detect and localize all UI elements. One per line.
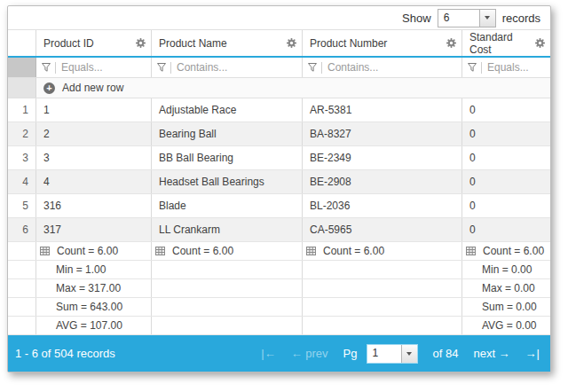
summary-cell-sum <box>152 298 303 316</box>
cell-product-name[interactable]: BB Ball Bearing <box>152 146 303 169</box>
gear-icon[interactable] <box>446 38 456 48</box>
filter-cell-standard-cost[interactable]: Equals... <box>462 58 550 77</box>
column-header-product-number[interactable]: Product Number <box>303 30 462 56</box>
cell-product-number[interactable]: BA-8327 <box>303 122 462 145</box>
filter-separator <box>321 62 322 74</box>
cell-product-name[interactable]: Headset Ball Bearings <box>152 170 303 193</box>
cell-standard-cost[interactable]: 0 <box>462 218 550 241</box>
summary-cell-count: Count = 6.00 <box>303 242 462 260</box>
summary-value: Count = 6.00 <box>483 245 544 257</box>
row-number: 4 <box>8 170 36 193</box>
table-row[interactable]: 3 3 BB Ball Bearing BE-2349 0 <box>8 146 550 170</box>
table-row[interactable]: 4 4 Headset Ball Bearings BE-2908 0 <box>8 170 550 194</box>
table-row[interactable]: 5 316 Blade BL-2036 0 <box>8 194 550 218</box>
records-per-page-dropdown-button[interactable] <box>479 10 495 27</box>
gear-icon[interactable] <box>136 38 146 48</box>
records-per-page-value[interactable]: 6 <box>438 10 479 27</box>
filter-separator <box>170 62 171 74</box>
cell-product-number[interactable]: BL-2036 <box>303 194 462 217</box>
records-label: records <box>502 12 540 25</box>
summary-value: Count = 6.00 <box>323 245 384 257</box>
gear-icon[interactable] <box>287 38 296 48</box>
cell-product-id[interactable]: 316 <box>36 194 152 217</box>
cell-product-name[interactable]: Adjustable Race <box>152 98 303 122</box>
filter-placeholder[interactable]: Equals... <box>487 61 529 74</box>
cell-standard-cost[interactable]: 0 <box>462 98 550 122</box>
page-number-combo[interactable]: 1 <box>367 344 418 364</box>
summary-cell-max <box>152 279 303 297</box>
table-row[interactable]: 6 317 LL Crankarm CA-5965 0 <box>8 218 550 242</box>
table-row[interactable]: 1 1 Adjustable Race AR-5381 0 <box>8 98 550 122</box>
cell-product-id[interactable]: 1 <box>36 98 152 122</box>
page-count-label: of 84 <box>433 347 459 360</box>
summary-cell-min: Min = 0.00 <box>462 261 550 278</box>
filter-separator <box>481 62 482 74</box>
cell-standard-cost[interactable]: 0 <box>462 146 550 169</box>
cell-product-name[interactable]: LL Crankarm <box>152 218 303 241</box>
filter-cell-product-name[interactable]: Contains... <box>152 58 303 77</box>
filter-funnel-icon[interactable] <box>42 63 51 72</box>
cell-product-name[interactable]: Bearing Ball <box>152 122 303 145</box>
cell-product-number[interactable]: CA-5965 <box>303 218 462 241</box>
cell-product-number[interactable]: BE-2908 <box>303 170 462 193</box>
cell-standard-cost[interactable]: 0 <box>462 122 550 145</box>
chevron-down-icon <box>406 352 412 356</box>
summary-number-cell <box>8 317 36 334</box>
column-header-label: Product Name <box>159 37 227 50</box>
summary-row-avg: AVG = 107.00 AVG = 0.00 <box>8 317 550 335</box>
summary-row-count: Count = 6.00 Count = 6.00 Count = 6.00 C… <box>8 242 550 261</box>
cell-product-id[interactable]: 3 <box>36 146 152 169</box>
filter-placeholder[interactable]: Contains... <box>327 61 378 74</box>
cell-product-id[interactable]: 4 <box>36 170 152 193</box>
page-label: Pg <box>343 347 358 360</box>
column-header-product-name[interactable]: Product Name <box>152 30 303 56</box>
row-number: 6 <box>8 218 36 241</box>
header-row: Product ID Product Name Product Number S… <box>8 30 550 58</box>
summary-cell-avg: AVG = 107.00 <box>36 317 152 334</box>
data-grid: Show 6 records Product ID Product Name P… <box>7 5 551 372</box>
add-row-number-cell <box>8 78 36 98</box>
add-new-row-button[interactable]: + Add new row <box>36 78 550 98</box>
summary-cell-avg <box>303 317 462 334</box>
cell-standard-cost[interactable]: 0 <box>462 170 550 193</box>
page-number-value[interactable]: 1 <box>367 345 401 363</box>
summary-value: Count = 6.00 <box>57 245 118 257</box>
header-row-number-cell <box>8 30 36 56</box>
filter-placeholder[interactable]: Contains... <box>177 61 227 74</box>
cell-product-name[interactable]: Blade <box>152 194 303 217</box>
pager-bar: 1 - 6 of 504 records |← ← prev Pg 1 of 8… <box>8 335 550 372</box>
filter-funnel-icon[interactable] <box>157 63 166 72</box>
aggregate-grid-icon <box>155 247 165 255</box>
grid-toolbar: Show 6 records <box>8 6 550 30</box>
cell-product-id[interactable]: 2 <box>36 122 152 145</box>
summary-cell-count: Count = 6.00 <box>462 242 550 260</box>
page-number-dropdown-button[interactable] <box>401 345 417 363</box>
summary-number-cell <box>8 261 36 278</box>
filter-cell-product-id[interactable]: Equals... <box>36 58 152 77</box>
cell-product-number[interactable]: BE-2349 <box>303 146 462 169</box>
last-page-button[interactable]: →| <box>525 347 540 360</box>
filter-placeholder[interactable]: Equals... <box>61 61 103 74</box>
prev-page-button[interactable]: ← prev <box>291 347 328 360</box>
summary-cell-max <box>303 279 462 297</box>
column-header-product-id[interactable]: Product ID <box>36 30 152 56</box>
cell-product-id[interactable]: 317 <box>36 218 152 241</box>
summary-row-max: Max = 317.00 Max = 0.00 <box>8 279 550 298</box>
column-header-label: Product Number <box>310 37 387 50</box>
table-row[interactable]: 2 2 Bearing Ball BA-8327 0 <box>8 122 550 146</box>
filter-funnel-icon[interactable] <box>308 63 317 72</box>
cell-product-number[interactable]: AR-5381 <box>303 98 462 122</box>
filter-cell-product-number[interactable]: Contains... <box>303 58 462 77</box>
filter-separator <box>55 62 56 74</box>
gear-icon[interactable] <box>535 38 545 48</box>
aggregate-grid-icon <box>306 247 316 255</box>
cell-standard-cost[interactable]: 0 <box>462 194 550 217</box>
first-page-button[interactable]: |← <box>261 347 275 360</box>
row-number: 2 <box>8 122 36 145</box>
column-header-standard-cost[interactable]: Standard Cost <box>462 30 550 56</box>
summary-cell-max: Max = 317.00 <box>36 279 152 297</box>
filter-funnel-icon[interactable] <box>468 63 477 72</box>
records-per-page-combo[interactable]: 6 <box>438 9 496 27</box>
next-page-button[interactable]: next → <box>473 347 509 360</box>
summary-number-cell <box>8 298 36 316</box>
